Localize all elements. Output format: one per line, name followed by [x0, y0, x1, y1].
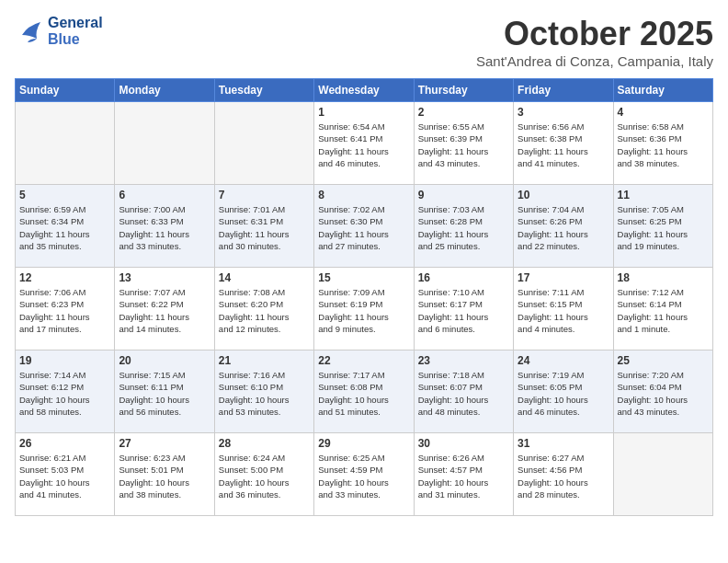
calendar-cell: 23Sunrise: 7:18 AM Sunset: 6:07 PM Dayli… [414, 350, 513, 433]
day-info: Sunrise: 6:27 AM Sunset: 4:56 PM Dayligh… [518, 452, 609, 500]
day-info: Sunrise: 6:58 AM Sunset: 6:36 PM Dayligh… [618, 121, 709, 169]
day-info: Sunrise: 6:54 AM Sunset: 6:41 PM Dayligh… [318, 121, 409, 169]
calendar-cell: 4Sunrise: 6:58 AM Sunset: 6:36 PM Daylig… [613, 102, 712, 185]
day-number: 23 [418, 354, 509, 367]
calendar-cell: 10Sunrise: 7:04 AM Sunset: 6:26 PM Dayli… [514, 185, 613, 268]
day-info: Sunrise: 6:23 AM Sunset: 5:01 PM Dayligh… [119, 452, 210, 500]
day-info: Sunrise: 6:24 AM Sunset: 5:00 PM Dayligh… [219, 452, 310, 500]
day-info: Sunrise: 7:08 AM Sunset: 6:20 PM Dayligh… [219, 286, 310, 335]
calendar-cell: 16Sunrise: 7:10 AM Sunset: 6:17 PM Dayli… [414, 268, 513, 350]
day-info: Sunrise: 6:26 AM Sunset: 4:57 PM Dayligh… [418, 452, 509, 500]
day-number: 22 [318, 354, 409, 367]
calendar-header-row: SundayMondayTuesdayWednesdayThursdayFrid… [16, 79, 713, 102]
day-number: 30 [418, 437, 509, 450]
day-number: 8 [318, 189, 409, 201]
day-number: 12 [19, 271, 110, 284]
day-number: 24 [518, 354, 609, 367]
month-title: October 2025 [476, 15, 713, 53]
day-number: 26 [19, 437, 110, 450]
day-info: Sunrise: 7:18 AM Sunset: 6:07 PM Dayligh… [418, 369, 509, 418]
day-number: 14 [219, 271, 310, 284]
day-number: 20 [119, 354, 210, 367]
day-number: 18 [618, 271, 709, 284]
calendar-cell: 14Sunrise: 7:08 AM Sunset: 6:20 PM Dayli… [214, 268, 313, 350]
column-header-tuesday: Tuesday [214, 79, 313, 102]
day-info: Sunrise: 7:17 AM Sunset: 6:08 PM Dayligh… [318, 369, 409, 418]
calendar-cell: 26Sunrise: 6:21 AM Sunset: 5:03 PM Dayli… [16, 433, 115, 516]
calendar-cell: 3Sunrise: 6:56 AM Sunset: 6:38 PM Daylig… [514, 102, 613, 185]
calendar-cell: 17Sunrise: 7:11 AM Sunset: 6:15 PM Dayli… [514, 268, 613, 350]
calendar-cell: 28Sunrise: 6:24 AM Sunset: 5:00 PM Dayli… [214, 433, 313, 516]
day-info: Sunrise: 7:15 AM Sunset: 6:11 PM Dayligh… [119, 369, 210, 418]
day-number: 17 [518, 271, 609, 284]
logo-icon [15, 18, 44, 44]
day-info: Sunrise: 6:21 AM Sunset: 5:03 PM Dayligh… [19, 452, 110, 500]
day-info: Sunrise: 6:25 AM Sunset: 4:59 PM Dayligh… [318, 452, 409, 500]
day-number: 16 [418, 271, 509, 284]
day-info: Sunrise: 6:56 AM Sunset: 6:38 PM Dayligh… [518, 121, 609, 169]
calendar-week-row: 19Sunrise: 7:14 AM Sunset: 6:12 PM Dayli… [16, 350, 713, 433]
day-number: 27 [119, 437, 210, 450]
calendar-cell [613, 433, 712, 516]
calendar-cell: 12Sunrise: 7:06 AM Sunset: 6:23 PM Dayli… [16, 268, 115, 350]
calendar-cell: 6Sunrise: 7:00 AM Sunset: 6:33 PM Daylig… [115, 185, 214, 268]
day-info: Sunrise: 6:55 AM Sunset: 6:39 PM Dayligh… [418, 121, 509, 169]
calendar-cell: 30Sunrise: 6:26 AM Sunset: 4:57 PM Dayli… [414, 433, 513, 516]
calendar-cell: 31Sunrise: 6:27 AM Sunset: 4:56 PM Dayli… [514, 433, 613, 516]
calendar-cell: 15Sunrise: 7:09 AM Sunset: 6:19 PM Dayli… [314, 268, 414, 350]
day-info: Sunrise: 6:59 AM Sunset: 6:34 PM Dayligh… [19, 203, 110, 252]
day-number: 11 [618, 189, 709, 201]
day-number: 31 [518, 437, 609, 450]
day-number: 5 [19, 189, 110, 201]
calendar-cell: 24Sunrise: 7:19 AM Sunset: 6:05 PM Dayli… [514, 350, 613, 433]
day-info: Sunrise: 7:02 AM Sunset: 6:30 PM Dayligh… [318, 203, 409, 252]
day-number: 25 [618, 354, 709, 367]
logo: General Blue [15, 15, 103, 48]
day-info: Sunrise: 7:14 AM Sunset: 6:12 PM Dayligh… [19, 369, 110, 418]
calendar-cell: 29Sunrise: 6:25 AM Sunset: 4:59 PM Dayli… [314, 433, 414, 516]
day-number: 4 [618, 106, 709, 119]
calendar-cell: 5Sunrise: 6:59 AM Sunset: 6:34 PM Daylig… [16, 185, 115, 268]
day-number: 2 [418, 106, 509, 119]
calendar-cell [115, 102, 214, 185]
day-info: Sunrise: 7:20 AM Sunset: 6:04 PM Dayligh… [618, 369, 709, 418]
day-number: 6 [119, 189, 210, 201]
calendar-week-row: 5Sunrise: 6:59 AM Sunset: 6:34 PM Daylig… [16, 185, 713, 268]
column-header-monday: Monday [115, 79, 214, 102]
day-number: 1 [318, 106, 409, 119]
day-info: Sunrise: 7:01 AM Sunset: 6:31 PM Dayligh… [219, 203, 310, 252]
calendar-cell: 18Sunrise: 7:12 AM Sunset: 6:14 PM Dayli… [613, 268, 712, 350]
location-subtitle: Sant'Andrea di Conza, Campania, Italy [476, 53, 713, 69]
day-info: Sunrise: 7:11 AM Sunset: 6:15 PM Dayligh… [518, 286, 609, 335]
day-number: 3 [518, 106, 609, 119]
column-header-wednesday: Wednesday [314, 79, 414, 102]
day-info: Sunrise: 7:19 AM Sunset: 6:05 PM Dayligh… [518, 369, 609, 418]
calendar-cell: 8Sunrise: 7:02 AM Sunset: 6:30 PM Daylig… [314, 185, 414, 268]
day-number: 13 [119, 271, 210, 284]
calendar-cell: 21Sunrise: 7:16 AM Sunset: 6:10 PM Dayli… [214, 350, 313, 433]
calendar-week-row: 26Sunrise: 6:21 AM Sunset: 5:03 PM Dayli… [16, 433, 713, 516]
calendar-cell: 9Sunrise: 7:03 AM Sunset: 6:28 PM Daylig… [414, 185, 513, 268]
calendar-cell: 20Sunrise: 7:15 AM Sunset: 6:11 PM Dayli… [115, 350, 214, 433]
day-number: 29 [318, 437, 409, 450]
day-info: Sunrise: 7:16 AM Sunset: 6:10 PM Dayligh… [219, 369, 310, 418]
calendar-cell: 27Sunrise: 6:23 AM Sunset: 5:01 PM Dayli… [115, 433, 214, 516]
header: General Blue October 2025 Sant'Andrea di… [15, 15, 713, 69]
calendar-table: SundayMondayTuesdayWednesdayThursdayFrid… [15, 78, 713, 516]
calendar-cell: 7Sunrise: 7:01 AM Sunset: 6:31 PM Daylig… [214, 185, 313, 268]
calendar-cell [16, 102, 115, 185]
calendar-cell: 13Sunrise: 7:07 AM Sunset: 6:22 PM Dayli… [115, 268, 214, 350]
day-number: 7 [219, 189, 310, 201]
day-number: 10 [518, 189, 609, 201]
day-info: Sunrise: 7:09 AM Sunset: 6:19 PM Dayligh… [318, 286, 409, 335]
column-header-thursday: Thursday [414, 79, 513, 102]
day-number: 15 [318, 271, 409, 284]
day-number: 21 [219, 354, 310, 367]
day-number: 28 [219, 437, 310, 450]
day-info: Sunrise: 7:00 AM Sunset: 6:33 PM Dayligh… [119, 203, 210, 252]
day-info: Sunrise: 7:04 AM Sunset: 6:26 PM Dayligh… [518, 203, 609, 252]
day-info: Sunrise: 7:03 AM Sunset: 6:28 PM Dayligh… [418, 203, 509, 252]
calendar-cell: 11Sunrise: 7:05 AM Sunset: 6:25 PM Dayli… [613, 185, 712, 268]
calendar-cell: 25Sunrise: 7:20 AM Sunset: 6:04 PM Dayli… [613, 350, 712, 433]
column-header-saturday: Saturday [613, 79, 712, 102]
